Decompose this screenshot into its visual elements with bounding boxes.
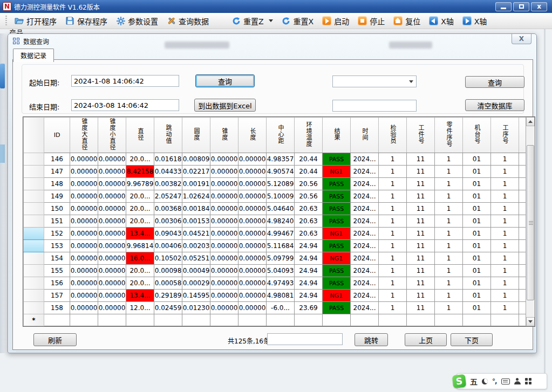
- tab-data-records[interactable]: 数据记录: [13, 49, 54, 62]
- restore-button[interactable]: [513, 2, 529, 11]
- cell[interactable]: 0.00000: [70, 265, 98, 277]
- cell[interactable]: 0.00368: [154, 203, 182, 215]
- cell[interactable]: 0.00000: [210, 265, 238, 277]
- cell[interactable]: 1: [379, 166, 407, 178]
- cell[interactable]: 148: [44, 178, 70, 190]
- cell[interactable]: 2024...: [351, 228, 379, 240]
- column-header[interactable]: 结果: [323, 118, 351, 153]
- cell[interactable]: 153: [44, 240, 70, 252]
- cell[interactable]: 0.00203: [182, 240, 210, 252]
- cell[interactable]: [126, 314, 154, 326]
- cell[interactable]: 0.00000: [238, 265, 267, 277]
- cell[interactable]: 2024...: [351, 277, 379, 290]
- cell[interactable]: 20.0...: [126, 277, 154, 290]
- dialog-close-button[interactable]: X: [512, 34, 531, 44]
- cell[interactable]: [295, 314, 323, 326]
- cell[interactable]: 24.94: [295, 277, 323, 290]
- cell[interactable]: 2024...: [351, 178, 379, 190]
- cell[interactable]: 24.94: [295, 252, 323, 265]
- cell[interactable]: 01: [463, 178, 491, 190]
- cell[interactable]: 0.00000: [210, 240, 238, 252]
- cell[interactable]: 1: [491, 277, 519, 290]
- cell[interactable]: 0.09043: [154, 228, 182, 240]
- cell[interactable]: 1: [379, 178, 407, 190]
- cell[interactable]: 2024...: [351, 302, 379, 314]
- cell[interactable]: NG1: [323, 290, 351, 302]
- cell[interactable]: 20.63: [295, 228, 323, 240]
- cell[interactable]: 5.10009: [267, 190, 295, 203]
- cell[interactable]: 0.00000: [238, 166, 267, 178]
- cell[interactable]: 24.94: [295, 240, 323, 252]
- cell[interactable]: PASS: [323, 302, 351, 314]
- cell[interactable]: 0.00000: [98, 290, 126, 302]
- column-header[interactable]: 锥度小直径: [98, 118, 126, 153]
- cell[interactable]: 0.00000: [70, 302, 98, 314]
- cell[interactable]: 0.00000: [210, 215, 238, 228]
- cell[interactable]: 1: [379, 203, 407, 215]
- cell[interactable]: 1: [435, 166, 463, 178]
- cell[interactable]: 0.14595: [182, 290, 210, 302]
- cell[interactable]: 11: [407, 240, 435, 252]
- cell[interactable]: PASS: [323, 215, 351, 228]
- cell[interactable]: NG1: [323, 252, 351, 265]
- column-header[interactable]: 直径: [126, 118, 154, 153]
- cell[interactable]: 20.0...: [126, 153, 154, 166]
- cell[interactable]: 1: [491, 302, 519, 314]
- cell[interactable]: 0.00000: [70, 290, 98, 302]
- cell[interactable]: 11: [407, 153, 435, 166]
- row-selector[interactable]: [24, 228, 44, 240]
- scroll-down-button[interactable]: [526, 317, 535, 326]
- jump-button[interactable]: 跳转: [355, 333, 388, 346]
- column-header[interactable]: ID: [44, 118, 70, 153]
- cell[interactable]: 0.29189: [154, 290, 182, 302]
- cell[interactable]: 0.00000: [70, 252, 98, 265]
- column-header[interactable]: 零件序号: [435, 118, 463, 153]
- toolbar-save-program[interactable]: 保存程序: [61, 14, 112, 28]
- cell[interactable]: 0.00000: [70, 228, 98, 240]
- cell[interactable]: 0.00406: [154, 240, 182, 252]
- cell[interactable]: [379, 314, 407, 326]
- cell[interactable]: 20.0...: [126, 190, 154, 203]
- row-selector[interactable]: [24, 153, 44, 166]
- grid-corner[interactable]: [24, 118, 44, 153]
- cell[interactable]: 11: [407, 166, 435, 178]
- ime-toolbar[interactable]: S 五 °,: [456, 373, 547, 389]
- cell[interactable]: 0.05251: [182, 252, 210, 265]
- cell[interactable]: 0.00000: [98, 252, 126, 265]
- cell[interactable]: 1: [379, 252, 407, 265]
- cell[interactable]: 20.44: [295, 166, 323, 178]
- cell[interactable]: 0.04433: [154, 166, 182, 178]
- toolbar-parameter-settings[interactable]: 参数设置: [112, 14, 162, 28]
- cell[interactable]: 16.0...: [126, 252, 154, 265]
- row-selector[interactable]: [24, 302, 44, 314]
- cell[interactable]: 11: [407, 178, 435, 190]
- cell[interactable]: 24.94: [295, 290, 323, 302]
- cell[interactable]: 0.02459: [154, 302, 182, 314]
- cell[interactable]: 0.00000: [210, 153, 238, 166]
- cell[interactable]: 0.00000: [70, 240, 98, 252]
- cell[interactable]: 1: [379, 215, 407, 228]
- column-header[interactable]: 工序号: [491, 118, 519, 153]
- cell[interactable]: 0.00000: [98, 240, 126, 252]
- new-row-marker[interactable]: *: [24, 314, 44, 326]
- cell[interactable]: 01: [463, 302, 491, 314]
- column-header[interactable]: 锥度: [210, 118, 238, 153]
- cell[interactable]: 0.00098: [154, 265, 182, 277]
- cell[interactable]: 11: [407, 190, 435, 203]
- cell[interactable]: 11: [407, 290, 435, 302]
- cell[interactable]: -6.0...: [267, 302, 295, 314]
- row-selector[interactable]: [24, 277, 44, 290]
- cell[interactable]: 0.00000: [70, 178, 98, 190]
- toolbar-reset-z[interactable]: 重置Z: [227, 14, 277, 28]
- cell[interactable]: 01: [463, 215, 491, 228]
- cell[interactable]: 5.11684: [267, 240, 295, 252]
- cell[interactable]: 9.96814: [126, 240, 154, 252]
- cell[interactable]: 01: [463, 265, 491, 277]
- cell[interactable]: PASS: [323, 277, 351, 290]
- cell[interactable]: 0.00049: [182, 265, 210, 277]
- cell[interactable]: 5.09799: [267, 252, 295, 265]
- cell[interactable]: 1.02624: [182, 190, 210, 203]
- cell[interactable]: 20.63: [295, 203, 323, 215]
- cell[interactable]: 1: [491, 228, 519, 240]
- cell[interactable]: 20.56: [295, 178, 323, 190]
